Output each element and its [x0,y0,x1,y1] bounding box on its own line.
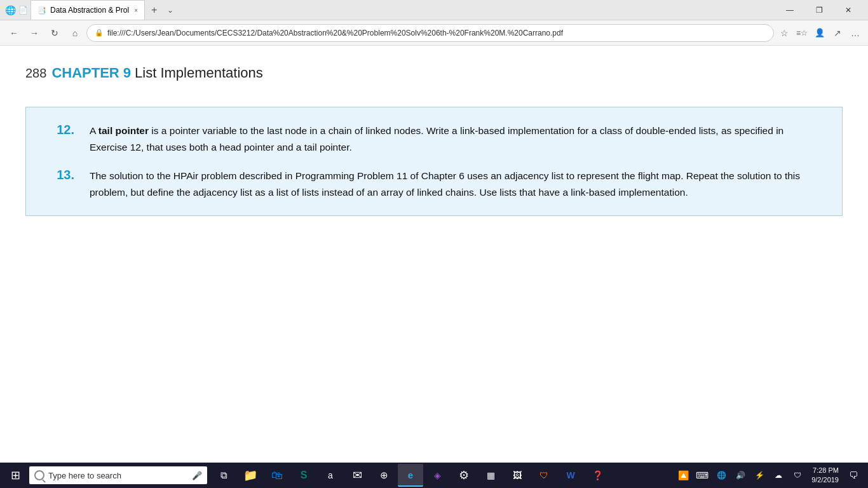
avast-button[interactable]: 🛡 [531,464,557,487]
exercise-number-12: 12. [26,123,90,137]
new-tab-button[interactable]: + [145,4,163,16]
search-bar[interactable]: Type here to search 🎤 [29,466,207,484]
favorites-icon[interactable]: ☆ [776,25,792,41]
maximize-button[interactable]: ❐ [804,0,834,20]
task-view-icon: ⧉ [220,470,227,481]
reading-list-icon[interactable]: ≡☆ [794,25,810,41]
more-icon[interactable]: … [848,25,863,41]
url-text: file:///C:/Users/Jean/Documents/CECS3212… [107,29,766,37]
tab-dropdown-button[interactable]: ⌄ [163,6,177,15]
settings-button[interactable]: ⚙ [451,464,477,487]
edge-icon: e [408,470,413,480]
share-icon[interactable]: ↗ [830,25,845,41]
sway-button[interactable]: S [291,464,316,487]
mic-icon: 🎤 [192,471,202,480]
task-view-button[interactable]: ⧉ [211,464,236,487]
antivirus-icon[interactable]: 🛡 [789,464,806,487]
store-icon: 🛍 [271,469,283,482]
visual-studio-icon: ◈ [434,470,441,480]
search-icon [34,470,44,480]
avast-icon: 🛡 [539,470,548,480]
window-controls: — ❐ ✕ [775,0,863,20]
chrome-button[interactable]: ⊕ [371,464,397,487]
exercise-12-bold-term: tail pointer [98,125,149,136]
tab-bar: 🌐 📄 📑 Data Abstraction & Prol × + ⌄ [5,0,775,20]
visual-studio-button[interactable]: ◈ [424,464,450,487]
sway-icon: S [301,470,308,481]
lock-icon: 🔒 [95,29,104,37]
email-icon: ✉ [353,468,362,482]
battery-icon[interactable]: ⚡ [750,464,768,487]
close-button[interactable]: ✕ [834,0,863,20]
search-placeholder: Type here to search [48,471,121,480]
chapter-heading: 288 CHAPTER 9 List Implementations [25,65,843,81]
taskbar: ⊞ Type here to search 🎤 ⧉ 📁 🛍 S a ✉ [0,463,868,488]
notification-button[interactable]: 🗨 [844,464,863,487]
chrome-icon: ⊕ [380,470,388,481]
refresh-button[interactable]: ↻ [46,24,64,42]
taskbar-clock[interactable]: 7:28 PM 9/2/2019 [808,466,843,485]
notification-icon: 🗨 [849,470,858,480]
tab-icon-pdf: 📄 [18,6,28,15]
exercise-text-13: The solution to the HPAir problem descri… [90,168,823,200]
volume-icon[interactable]: 🔊 [731,464,749,487]
onedrive-icon[interactable]: ☁ [770,464,787,487]
start-button[interactable]: ⊞ [3,464,28,487]
chapter-title: List Implementations [135,65,263,81]
network-icon[interactable]: 🌐 [712,464,730,487]
url-box[interactable]: 🔒 file:///C:/Users/Jean/Documents/CECS32… [86,24,774,42]
page-number: 288 [25,66,46,81]
active-tab[interactable]: 📑 Data Abstraction & Prol × [31,0,145,20]
exercise-item-12: 12. A tail pointer is a pointer variable… [26,123,823,155]
address-bar: ← → ↻ ⌂ 🔒 file:///C:/Users/Jean/Document… [0,20,868,46]
amazon-button[interactable]: a [318,464,343,487]
tab-favicon: 📑 [37,6,46,15]
tab-title: Data Abstraction & Prol [50,6,130,15]
help-icon: ❓ [592,470,603,480]
browser-icon: 🌐 [5,5,16,15]
taskbar-right: 🔼 ⌨ 🌐 🔊 ⚡ ☁ 🛡 7:28 PM 9/2/2019 🗨 [674,464,865,487]
address-bar-icons: ☆ ≡☆ 👤 ↗ … [776,25,863,41]
exercise-12-post-bold: is a pointer variable to the last node i… [90,125,783,152]
calculator-icon: ▦ [487,470,495,480]
calculator-button[interactable]: ▦ [478,464,503,487]
clock-date: 9/2/2019 [811,475,839,485]
keyboard-icon[interactable]: ⌨ [693,464,711,487]
content-area: 288 CHAPTER 9 List Implementations 12. A… [0,46,868,463]
exercise-number-13: 13. [26,168,90,182]
back-button[interactable]: ← [5,24,23,42]
show-hidden-icons[interactable]: 🔼 [674,464,692,487]
file-explorer-icon: 📁 [243,468,257,482]
exercise-item-13: 13. The solution to the HPAir problem de… [26,168,823,200]
settings-icon: ⚙ [459,468,469,482]
chapter-label: CHAPTER 9 [51,65,131,81]
email-button[interactable]: ✉ [344,464,370,487]
exercise-12-pre-bold: A [90,125,98,136]
help-button[interactable]: ❓ [585,464,610,487]
edge-button[interactable]: e [398,464,423,487]
amazon-icon: a [328,470,333,480]
file-explorer-button[interactable]: 📁 [238,464,263,487]
user-icon[interactable]: 👤 [812,25,827,41]
home-button[interactable]: ⌂ [66,24,84,42]
title-bar: 🌐 📄 📑 Data Abstraction & Prol × + ⌄ — ❐ … [0,0,868,20]
exercise-text-12: A tail pointer is a pointer variable to … [90,123,823,155]
photos-icon: 🖼 [513,470,522,480]
tab-close-button[interactable]: × [134,7,138,14]
word-button[interactable]: W [558,464,583,487]
photos-button[interactable]: 🖼 [505,464,530,487]
taskbar-items: ⧉ 📁 🛍 S a ✉ ⊕ e ◈ [208,464,673,487]
word-icon: W [566,470,574,480]
clock-time: 7:28 PM [813,466,839,475]
forward-button[interactable]: → [25,24,43,42]
exercise-box: 12. A tail pointer is a pointer variable… [25,107,843,216]
store-button[interactable]: 🛍 [264,464,290,487]
minimize-button[interactable]: — [775,0,804,20]
